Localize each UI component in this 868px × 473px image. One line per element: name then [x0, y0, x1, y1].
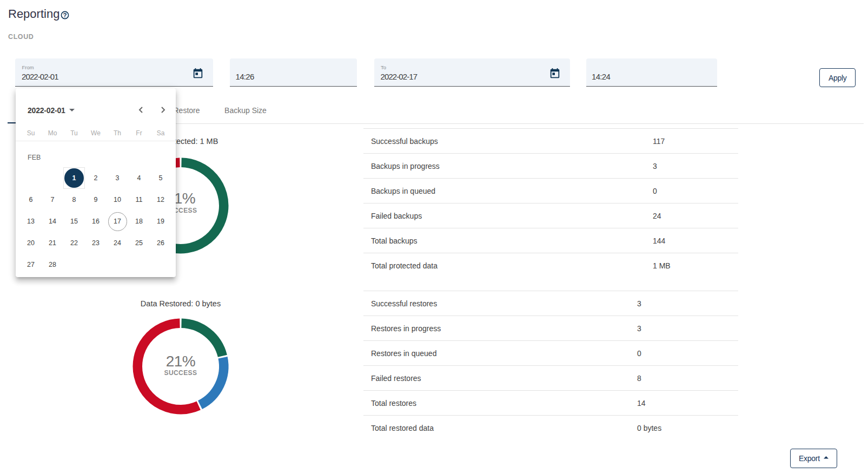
svg-text:?: ?	[63, 12, 67, 18]
